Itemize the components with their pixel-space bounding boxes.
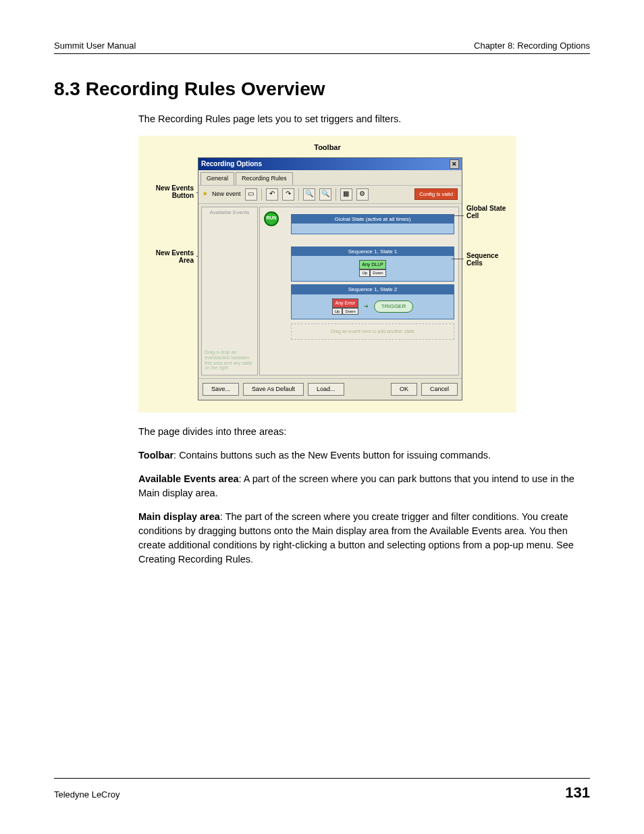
toolbar-divider xyxy=(336,188,336,201)
toolbar-divider xyxy=(261,188,262,201)
recording-options-dialog: Recording Options ✕ General Recording Ru… xyxy=(198,157,462,400)
config-valid-badge: Config is valid xyxy=(414,188,458,201)
close-icon[interactable]: ✕ xyxy=(450,159,459,169)
page-footer: Teledyne LeCroy 131 xyxy=(54,778,590,802)
chip-down[interactable]: Down xyxy=(370,269,385,277)
drag-hint-area[interactable]: Drag an event here to add another state xyxy=(291,323,454,340)
redo-icon[interactable]: ↷ xyxy=(282,188,294,201)
chip-up[interactable]: Up xyxy=(332,308,343,315)
available-events-header: Available Events xyxy=(202,207,257,218)
arrow-icon: ➔ xyxy=(364,303,369,311)
callout-line xyxy=(452,259,464,259)
tab-recording-rules[interactable]: Recording Rules xyxy=(236,172,293,184)
seq1-bar: Sequence 1, State 1 xyxy=(292,247,454,257)
chip-up[interactable]: Up xyxy=(359,269,370,277)
star-icon: ✷ xyxy=(203,190,208,199)
header-right: Chapter 8: Recording Options xyxy=(474,41,590,51)
header-rule xyxy=(54,53,590,54)
intro-paragraph: The Recording Rules page lets you to set… xyxy=(138,112,590,126)
tab-general[interactable]: General xyxy=(200,172,234,184)
delete-icon[interactable]: ▭ xyxy=(245,188,257,201)
toolbar-divider xyxy=(298,188,299,201)
header-left: Summit User Manual xyxy=(54,41,136,51)
dialog-button-row: Save... Save As Default Load... OK Cance… xyxy=(198,378,462,400)
figure-label-toolbar: Toolbar xyxy=(145,142,510,153)
cancel-button[interactable]: Cancel xyxy=(421,383,458,396)
label-sequence-cells: Sequence Cells xyxy=(466,252,510,267)
page-number: 131 xyxy=(565,784,590,802)
layout-icon[interactable]: ▦ xyxy=(340,188,352,201)
save-button[interactable]: Save... xyxy=(203,383,239,396)
load-button[interactable]: Load... xyxy=(308,383,344,396)
para-toolbar-label: Toolbar xyxy=(138,450,173,461)
settings-icon[interactable]: ⚙ xyxy=(356,188,369,201)
label-global-state-cell: Global State Cell xyxy=(466,205,510,220)
chip-any-error[interactable]: Any Error xyxy=(332,298,358,308)
para-available-events: Available Events area: A part of the scr… xyxy=(138,472,590,500)
figure-right-labels: Global State Cell Sequence Cells xyxy=(462,157,510,400)
undo-icon[interactable]: ↶ xyxy=(266,188,278,201)
global-state-cell[interactable]: Global State (active at all times) xyxy=(291,214,454,234)
save-default-button[interactable]: Save As Default xyxy=(243,383,304,396)
main-display-area[interactable]: RUN Global State (active at all times) S… xyxy=(259,207,459,375)
callout-line xyxy=(452,215,464,216)
trigger-action[interactable]: TRIGGER xyxy=(374,301,413,313)
dialog-title: Recording Options xyxy=(201,159,262,170)
run-node[interactable]: RUN xyxy=(264,211,279,226)
global-state-bar: Global State (active at all times) xyxy=(292,215,454,224)
footer-brand-strong: Teledyne xyxy=(54,789,89,800)
dialog-tabs: General Recording Rules xyxy=(198,170,462,184)
footer-brand-rest: LeCroy xyxy=(89,789,120,800)
available-events-hint: Drag-n-drop an event/action between this… xyxy=(205,350,254,371)
dialog-work-area: Available Events Drag-n-drop an event/ac… xyxy=(198,204,462,378)
dialog-toolbar: ✷ New event ▭ ↶ ↷ 🔍 🔍 ▦ ⚙ Config is vali… xyxy=(198,185,462,204)
para-main-label: Main display area xyxy=(138,511,220,522)
section-title: 8.3 Recording Rules Overview xyxy=(54,78,590,100)
para-toolbar: Toolbar: Contains buttons such as the Ne… xyxy=(138,448,590,463)
new-event-button[interactable]: New event xyxy=(212,190,241,199)
chip-down[interactable]: Down xyxy=(342,308,358,315)
zoom-out-icon[interactable]: 🔍 xyxy=(319,188,331,201)
para-avail-label: Available Events area xyxy=(138,473,239,484)
dialog-title-bar: Recording Options ✕ xyxy=(198,158,462,171)
available-events-area[interactable]: Available Events Drag-n-drop an event/ac… xyxy=(201,207,258,375)
zoom-in-icon[interactable]: 🔍 xyxy=(303,188,315,201)
chip-any-dllp[interactable]: Any DLLP xyxy=(359,260,385,269)
sequence1-state2-cell[interactable]: Sequence 1, State 2 Any Error Up Down xyxy=(291,284,454,319)
para-divides: The page divides into three areas: xyxy=(138,425,590,439)
para-toolbar-rest: : Contains buttons such as the New Event… xyxy=(173,450,491,461)
ok-button[interactable]: OK xyxy=(391,383,417,396)
figure-left-labels: New Events Button New Events Area xyxy=(145,157,198,400)
seq2-bar: Sequence 1, State 2 xyxy=(292,285,454,294)
para-main-display: Main display area: The part of the scree… xyxy=(138,510,590,567)
sequence1-state1-cell[interactable]: Sequence 1, State 1 Any DLLP Up Down xyxy=(291,246,454,282)
label-new-events-button: New Events Button xyxy=(145,184,194,200)
label-new-events-area: New Events Area xyxy=(145,249,194,265)
figure-recording-rules: Toolbar New Events Button New Events Are… xyxy=(138,136,516,413)
